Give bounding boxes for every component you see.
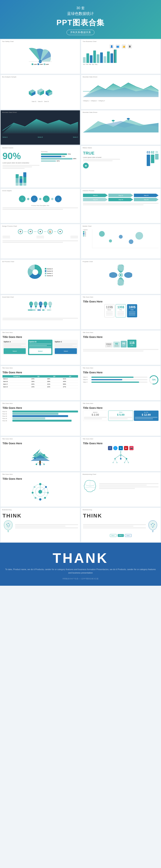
- tree-icon-trash: 🗑: [128, 44, 132, 49]
- slide-brain1: Brainstorming Chart: [81, 472, 160, 507]
- slide-label-23: Title Goes Here: [2, 438, 13, 440]
- svg-point-64: [35, 453, 37, 456]
- svg-rect-43: [45, 306, 46, 307]
- slide-smart-bulb: Smart Bulb Chart: [1, 295, 80, 329]
- slide-3d-process: 3D Process Chart Series A Series B Serie…: [1, 259, 80, 294]
- think-title-2: THINK: [83, 513, 159, 519]
- slide-table4: Title Goes Here Title Goes Here BASIC $ …: [81, 401, 160, 436]
- slide-label-03: Box Analysis Sample: [2, 76, 17, 78]
- title-goes-here-18: Title Goes Here: [83, 336, 159, 339]
- svg-point-91: [38, 490, 42, 494]
- svg-line-81: [113, 460, 115, 462]
- slides-grid: Fan Safety Chart Label Label Label: [0, 39, 161, 542]
- box-analysis-chart: [2, 80, 78, 101]
- svg-point-33: [29, 302, 33, 306]
- svg-point-65: [39, 452, 41, 454]
- slide-label-02: Tree Business Chart: [83, 40, 97, 42]
- page-header: 30 套 蓝绿色数据统计 PPT图表合集 开利关系/数据关系: [0, 0, 161, 39]
- svg-point-71: [43, 464, 45, 465]
- svg-point-78: [114, 458, 116, 460]
- slide-social: Title Goes Here Title Goes Here f t in ▶…: [81, 437, 160, 471]
- svg-point-85: [112, 462, 114, 463]
- svg-point-21: [127, 118, 130, 120]
- slide-mountain2: Mountain Data Driven Series A Series B S…: [1, 111, 80, 145]
- svg-rect-40: [40, 306, 42, 307]
- slide-label-25: Title Goes Here: [2, 473, 13, 475]
- dp-icon-1: ⚙: [18, 229, 23, 234]
- price-cards-3: 115$ Basic 135$ Pro 180$ Elite: [83, 304, 159, 317]
- dp-icon-2: ✉: [28, 229, 33, 234]
- svg-marker-14: [2, 119, 78, 133]
- slide-label-08: Ribbon Matrix: [83, 147, 92, 149]
- svg-line-102: [42, 492, 47, 493]
- slide-label-13: 3D Process Chart: [2, 261, 14, 262]
- tree-icon-thumb: 👍: [122, 44, 126, 49]
- svg-point-95: [44, 497, 46, 499]
- svg-point-88: [128, 462, 129, 463]
- slide-table2: Title Goes Here Title Goes Here Value A …: [81, 366, 160, 400]
- title-goes-here-20: Title Goes Here: [83, 371, 159, 374]
- svg-rect-50: [33, 310, 35, 310]
- ribbon-true-text: TRUE: [83, 151, 120, 156]
- slide-comparison1: Title Goes Here Title Goes Here Option A…: [1, 331, 80, 365]
- slide-label-15: Smart Bulb Chart: [2, 296, 14, 298]
- slide-stacked-column: Stacked Column 90% Lorem ipsum dolor sit…: [1, 146, 80, 188]
- think-title-1: THINK: [2, 513, 78, 519]
- svg-point-69: [36, 464, 37, 465]
- footer-subtitle: To take, Product name, we do it Producta…: [4, 568, 157, 575]
- svg-point-19: [112, 120, 115, 121]
- svg-point-42: [44, 302, 47, 306]
- svg-point-32: [120, 274, 122, 276]
- tree-icons-row: 👤 👥 👍 🗑: [83, 44, 159, 49]
- svg-text:72%: 72%: [152, 379, 156, 381]
- slide-box-analysis: Box Analysis Sample: [1, 75, 80, 109]
- slide-treecirc: Title Goes Here Title Goes Here: [1, 472, 80, 507]
- slide-label-28: Brainstorming: [83, 509, 92, 510]
- slide-think1: Brainstorming THINK: [1, 508, 80, 542]
- slide-label-14: Propeller Chart: [83, 261, 93, 262]
- slide-label-10: Chevron Process: [83, 190, 94, 191]
- slide-label-18: Title Goes Here: [83, 332, 93, 333]
- slide-mountain3: Mountain Data Driven: [81, 111, 160, 145]
- slide-mountain1: Mountain Data Driven Category 1 Category…: [81, 75, 160, 109]
- slide-label-22: Title Goes Here: [83, 403, 93, 404]
- svg-point-45: [48, 302, 52, 306]
- svg-point-79: [120, 458, 122, 460]
- svg-rect-54: [42, 310, 45, 310]
- slide-label-01: Fan Safety Chart: [2, 40, 14, 42]
- slide-label-07: Stacked Column: [2, 147, 14, 149]
- svg-rect-52: [37, 310, 41, 310]
- slide-circle-graphic: Circle Graphic ○ ○ ○ ○ Process Flow Desc…: [1, 189, 80, 223]
- header-button[interactable]: 开利关系/数据关系: [66, 30, 95, 35]
- svg-point-99: [33, 486, 35, 488]
- title-goes-here-21: Title Goes Here: [2, 406, 78, 409]
- svg-point-80: [126, 458, 127, 460]
- svg-line-74: [115, 455, 121, 458]
- svg-point-87: [124, 462, 125, 463]
- slide-label-06: Mountain Data Driven: [83, 112, 97, 113]
- svg-point-26: [124, 272, 132, 278]
- slide-design-process: Design Process Chart ⚙ ✉ ★ 🏠 ♥: [1, 224, 80, 258]
- slide-label-12: Bubble Chart: [83, 225, 91, 227]
- svg-point-66: [43, 454, 45, 456]
- footer: THANK To take, Product name, we do it Pr…: [0, 542, 161, 586]
- slide-label-16: Title Goes Here: [83, 296, 93, 298]
- slide-label-09: Circle Graphic: [2, 190, 12, 191]
- slide-price4: Title Goes Here Title Goes Here FREE Bas…: [81, 331, 160, 365]
- slide-label-05: Mountain Data Driven: [2, 112, 17, 113]
- svg-line-72: [36, 462, 39, 464]
- slide-label-04: Mountain Data Driven: [83, 76, 97, 78]
- slide-label-27: Brainstorming: [2, 509, 11, 510]
- slide-label-26: Brainstorming Chart: [83, 473, 96, 475]
- slide-tree-business: Tree Business Chart 👤 👥 👍 🗑: [81, 39, 160, 74]
- svg-point-94: [47, 492, 49, 494]
- svg-point-70: [39, 464, 41, 465]
- title-goes-here-17: Title Goes Here: [2, 336, 78, 339]
- title-goes-here-19: Title Goes Here: [2, 371, 78, 374]
- dp-icon-5: ♥: [58, 229, 62, 234]
- svg-point-39: [39, 302, 43, 306]
- slide-chevron-process: Chevron Process Step 01 Step 02 Step 03 …: [81, 189, 160, 223]
- dp-icon-4: 🏠: [48, 229, 53, 234]
- dp-icon-3: ★: [38, 229, 43, 234]
- title-goes-here-23: Title Goes Here: [2, 442, 78, 445]
